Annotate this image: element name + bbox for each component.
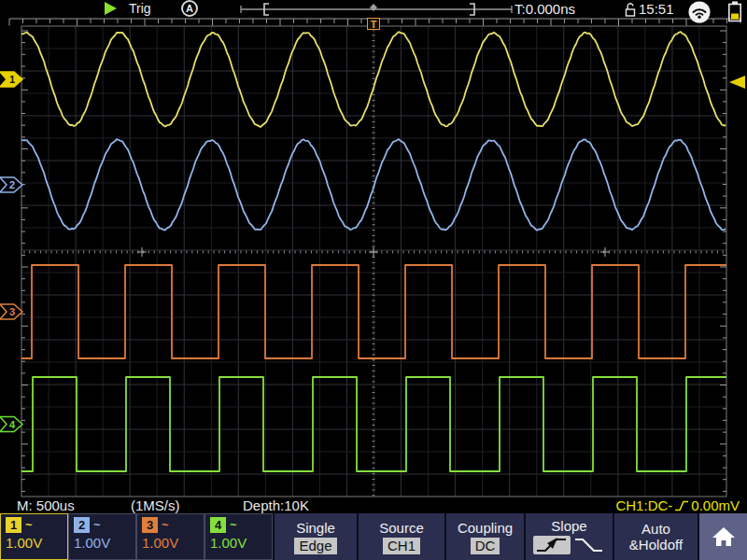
- oscilloscope-screen: 1234T Trig A T:0.000ns 15:51: [0, 0, 747, 560]
- svg-text:4: 4: [9, 419, 16, 430]
- channel-3-badge: 3: [142, 517, 158, 533]
- svg-text:3: 3: [9, 306, 15, 317]
- horizontal-position-bar[interactable]: [238, 1, 514, 18]
- trigger-info-readout: CH1:DC- 0.00mV: [615, 497, 740, 513]
- trigger-slope-button[interactable]: Slope: [524, 513, 613, 560]
- timebase-readout: M: 500us: [17, 497, 75, 513]
- trigger-time-readout: T:0.000ns: [514, 1, 575, 17]
- channel-1-badge: 1: [6, 517, 21, 533]
- trigger-source-value: CH1: [383, 538, 420, 554]
- trigger-source-coupling: CH1:DC-: [615, 497, 672, 513]
- channel-3-scale: 1.00V: [142, 535, 199, 551]
- home-icon: [712, 525, 736, 548]
- channel-4-box[interactable]: 4~1.00V: [204, 513, 273, 560]
- trigger-position-diamond-icon: [370, 4, 377, 11]
- trigger-source-label: Source: [379, 520, 424, 536]
- trigger-coupling-label: Coupling: [458, 520, 513, 536]
- clock: 15:51: [639, 1, 674, 17]
- channel-4-coupling-icon: ~: [230, 518, 237, 532]
- trigger-mode-line2: &Holdoff: [629, 537, 683, 553]
- top-status-bar: Trig A T:0.000ns 15:51: [0, 0, 747, 19]
- bottom-status-bar: M: 500us (1MS/s) Depth:10K CH1:DC- 0.00m…: [0, 497, 747, 513]
- channel-3-box[interactable]: 3~1.00V: [136, 513, 204, 560]
- sample-rate-readout: (1MS/s): [131, 497, 180, 513]
- trigger-coupling-button[interactable]: Coupling DC: [444, 513, 524, 560]
- trigger-source-button[interactable]: Source CH1: [357, 513, 444, 560]
- svg-text:2: 2: [9, 179, 15, 190]
- channel-4-position-marker[interactable]: 4: [0, 417, 22, 432]
- trigger-coupling-value: DC: [471, 538, 500, 554]
- channel-2-box[interactable]: 2~1.00V: [68, 513, 136, 560]
- battery-icon: [727, 1, 742, 22]
- bottom-menu-bar: 1~1.00V2~1.00V3~1.00V4~1.00V Single Edge…: [0, 513, 747, 560]
- channel-4-badge: 4: [210, 517, 226, 533]
- auto-trigger-badge-icon: A: [181, 0, 198, 17]
- trigger-type-label: Single: [296, 520, 335, 536]
- trigger-level-readout: 0.00mV: [691, 497, 740, 513]
- home-button[interactable]: [698, 513, 747, 560]
- rising-edge-icon: [674, 499, 689, 512]
- channel-3-position-marker[interactable]: 3: [0, 304, 22, 319]
- channel-2-badge: 2: [74, 517, 90, 533]
- channel-2-coupling-icon: ~: [93, 518, 101, 532]
- trig-status-label: Trig: [129, 1, 151, 16]
- trigger-type-value: Edge: [294, 538, 336, 554]
- channel-1-scale: 1.00V: [6, 535, 63, 551]
- svg-text:T: T: [371, 19, 377, 30]
- trigger-mode-button[interactable]: Auto &Holdoff: [613, 513, 698, 560]
- graticule-grid: [21, 26, 726, 497]
- channel-1-coupling-icon: ~: [25, 518, 33, 532]
- slope-falling-icon: [575, 539, 602, 551]
- channel-2-scale: 1.00V: [74, 535, 131, 551]
- wifi-icon[interactable]: [687, 0, 712, 24]
- depth-readout: Depth:10K: [243, 497, 309, 513]
- channel-1-position-marker[interactable]: 1: [0, 72, 22, 87]
- run-play-icon[interactable]: [105, 2, 117, 15]
- lock-icon[interactable]: [624, 1, 637, 18]
- channel-1-box[interactable]: 1~1.00V: [0, 513, 68, 560]
- channel-boxes: 1~1.00V2~1.00V3~1.00V4~1.00V: [0, 513, 273, 560]
- trigger-slope-label: Slope: [551, 518, 586, 534]
- trigger-mode-line1: Auto: [641, 521, 670, 537]
- auto-trigger-letter: A: [186, 3, 193, 14]
- svg-text:1: 1: [9, 74, 15, 85]
- channel-2-position-marker[interactable]: 2: [0, 177, 22, 192]
- trigger-position-marker[interactable]: T: [368, 19, 380, 30]
- waveform-display[interactable]: 1234T: [0, 0, 747, 513]
- trigger-type-button[interactable]: Single Edge: [273, 513, 357, 560]
- channel-3-coupling-icon: ~: [162, 518, 169, 532]
- trigger-level-marker[interactable]: [729, 76, 745, 89]
- channel-4-scale: 1.00V: [210, 535, 267, 551]
